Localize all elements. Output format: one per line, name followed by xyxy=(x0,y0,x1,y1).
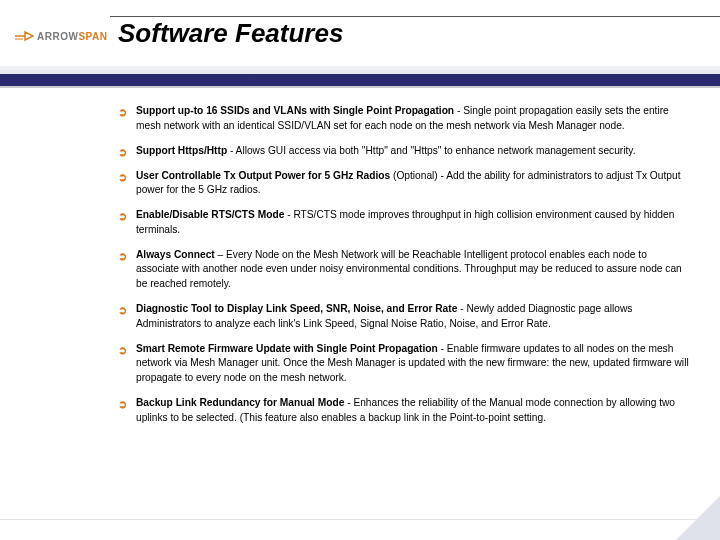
bullet-icon: ➲ xyxy=(118,209,136,223)
feature-text: Enable/Disable RTS/CTS Mode - RTS/CTS mo… xyxy=(136,208,690,238)
feature-text: Smart Remote Firmware Update with Single… xyxy=(136,342,690,386)
bullet-icon: ➲ xyxy=(118,170,136,184)
feature-text: Support Https/Http - Allows GUI access v… xyxy=(136,144,636,159)
bullet-icon: ➲ xyxy=(118,397,136,411)
feature-text: Always Connect – Every Node on the Mesh … xyxy=(136,248,690,292)
logo-part1: ARROW xyxy=(37,31,78,42)
feature-text: Diagnostic Tool to Display Link Speed, S… xyxy=(136,302,690,332)
header-rule xyxy=(110,16,720,17)
content: ➲Support up-to 16 SSIDs and VLANs with S… xyxy=(118,104,690,436)
list-item: ➲Diagnostic Tool to Display Link Speed, … xyxy=(118,302,690,332)
list-item: ➲Support Https/Http - Allows GUI access … xyxy=(118,144,690,159)
logo-text: ARROWSPAN xyxy=(37,31,107,42)
feature-text: User Controllable Tx Output Power for 5 … xyxy=(136,169,690,199)
corner-accent xyxy=(676,496,720,540)
list-item: ➲Always Connect – Every Node on the Mesh… xyxy=(118,248,690,292)
bullet-icon: ➲ xyxy=(118,249,136,263)
logo-part2: SPAN xyxy=(78,31,107,42)
bullet-icon: ➲ xyxy=(118,343,136,357)
feature-list: ➲Support up-to 16 SSIDs and VLANs with S… xyxy=(118,104,690,426)
list-item: ➲User Controllable Tx Output Power for 5… xyxy=(118,169,690,199)
page-title: Software Features xyxy=(118,18,343,49)
list-item: ➲Backup Link Redundancy for Manual Mode … xyxy=(118,396,690,426)
logo: ARROWSPAN xyxy=(14,30,107,42)
footer-rule xyxy=(0,519,720,520)
list-item: ➲Support up-to 16 SSIDs and VLANs with S… xyxy=(118,104,690,134)
bullet-icon: ➲ xyxy=(118,145,136,159)
arrow-icon xyxy=(14,30,34,42)
feature-text: Backup Link Redundancy for Manual Mode -… xyxy=(136,396,690,426)
list-item: ➲Enable/Disable RTS/CTS Mode - RTS/CTS m… xyxy=(118,208,690,238)
slide: ARROWSPAN Software Features ➲Support up-… xyxy=(0,0,720,540)
bullet-icon: ➲ xyxy=(118,105,136,119)
list-item: ➲Smart Remote Firmware Update with Singl… xyxy=(118,342,690,386)
accent-band xyxy=(0,66,720,88)
bullet-icon: ➲ xyxy=(118,303,136,317)
feature-text: Support up-to 16 SSIDs and VLANs with Si… xyxy=(136,104,690,134)
header: ARROWSPAN Software Features xyxy=(0,0,720,66)
